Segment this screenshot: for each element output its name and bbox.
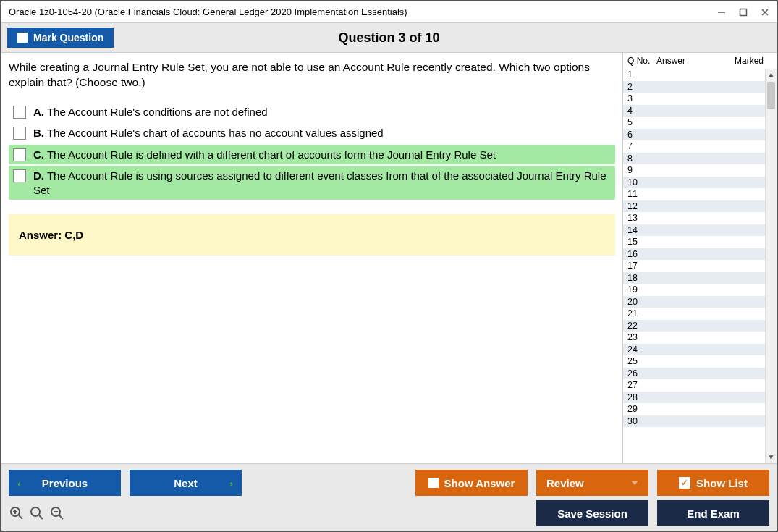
chevron-right-icon: › xyxy=(229,477,233,489)
question-list-row[interactable]: 20 xyxy=(623,296,777,308)
question-list-row[interactable]: 6 xyxy=(623,129,777,141)
save-session-label: Save Session xyxy=(557,507,627,520)
previous-label: Previous xyxy=(42,477,88,489)
question-list-row[interactable]: 14 xyxy=(623,224,777,237)
option-letter: C. xyxy=(33,148,44,161)
show-answer-button[interactable]: Show Answer xyxy=(415,470,528,496)
minimize-icon[interactable] xyxy=(717,8,726,17)
question-list-row[interactable]: 29 xyxy=(623,403,777,415)
window-title: Oracle 1z0-1054-20 (Oracle Financials Cl… xyxy=(9,7,407,17)
question-list-row[interactable]: 5 xyxy=(623,117,777,129)
caret-down-icon xyxy=(631,481,638,485)
zoom-out-icon[interactable] xyxy=(49,505,65,521)
option-text: B. The Account Rule's chart of accounts … xyxy=(33,126,611,140)
close-icon[interactable] xyxy=(761,8,769,17)
question-list-row[interactable]: 10 xyxy=(623,177,777,189)
previous-button[interactable]: ‹ Previous xyxy=(9,470,121,496)
review-button[interactable]: Review xyxy=(536,470,648,496)
checkbox-icon[interactable] xyxy=(13,148,26,161)
question-list-row[interactable]: 25 xyxy=(623,355,777,368)
maximize-icon[interactable] xyxy=(739,8,748,17)
footer-row-2: Save Session End Exam xyxy=(9,500,769,526)
mark-question-label: Mark Question xyxy=(33,32,103,43)
titlebar: Oracle 1z0-1054-20 (Oracle Financials Cl… xyxy=(1,1,777,23)
option-row[interactable]: B. The Account Rule's chart of accounts … xyxy=(9,123,615,143)
square-icon xyxy=(428,478,439,488)
question-list-row[interactable]: 3 xyxy=(623,93,777,105)
svg-rect-1 xyxy=(740,9,747,15)
footer-row-1: ‹ Previous Next › Show Answer Review ✓ S… xyxy=(9,470,769,496)
zoom-in-icon[interactable] xyxy=(9,505,25,521)
options-list: A. The Account Rule's conditions are not… xyxy=(9,102,615,200)
option-letter: B. xyxy=(33,127,44,139)
checkbox-icon[interactable] xyxy=(13,127,26,140)
svg-point-8 xyxy=(31,507,40,516)
zoom-reset-icon[interactable] xyxy=(29,505,45,521)
question-list-panel: Q No. Answer Marked 12345678910111213141… xyxy=(622,53,777,463)
question-list-row[interactable]: 24 xyxy=(623,344,777,356)
option-row[interactable]: A. The Account Rule's conditions are not… xyxy=(9,102,615,122)
question-list-row[interactable]: 21 xyxy=(623,308,777,320)
col-qno: Q No. xyxy=(625,56,656,66)
question-list[interactable]: 1234567891011121314151617181920212223242… xyxy=(623,69,777,463)
question-list-row[interactable]: 9 xyxy=(623,164,777,177)
end-exam-button[interactable]: End Exam xyxy=(657,500,769,526)
header-bar: Mark Question Question 3 of 10 xyxy=(1,23,777,53)
question-list-row[interactable]: 13 xyxy=(623,212,777,224)
zoom-controls xyxy=(9,505,65,521)
scroll-down-icon[interactable]: ▼ xyxy=(766,452,777,463)
question-list-row[interactable]: 1 xyxy=(623,69,777,81)
question-list-row[interactable]: 19 xyxy=(623,284,777,296)
question-list-row[interactable]: 8 xyxy=(623,153,777,165)
question-text: While creating a Journal Entry Rule Set,… xyxy=(9,60,615,90)
review-label: Review xyxy=(546,477,584,489)
question-list-row[interactable]: 22 xyxy=(623,320,777,332)
checkbox-icon[interactable] xyxy=(13,169,26,182)
svg-line-5 xyxy=(19,515,22,519)
question-list-row[interactable]: 27 xyxy=(623,379,777,392)
chevron-left-icon: ‹ xyxy=(17,477,21,489)
show-list-label: Show List xyxy=(696,477,748,489)
show-answer-label: Show Answer xyxy=(444,477,515,489)
next-button[interactable]: Next › xyxy=(130,470,242,496)
option-letter: A. xyxy=(33,106,44,118)
question-list-row[interactable]: 11 xyxy=(623,188,777,200)
question-list-row[interactable]: 12 xyxy=(623,200,777,213)
scroll-up-icon[interactable]: ▲ xyxy=(766,69,777,80)
option-text: A. The Account Rule's conditions are not… xyxy=(33,105,611,119)
option-row[interactable]: C. The Account Rule is defined with a di… xyxy=(9,145,615,165)
question-list-row[interactable]: 26 xyxy=(623,368,777,380)
option-text: C. The Account Rule is defined with a di… xyxy=(33,148,611,162)
question-list-header: Q No. Answer Marked xyxy=(623,53,777,69)
body-area: While creating a Journal Entry Rule Set,… xyxy=(1,53,777,463)
question-list-row[interactable]: 4 xyxy=(623,105,777,117)
question-panel: While creating a Journal Entry Rule Set,… xyxy=(1,53,622,463)
option-row[interactable]: D. The Account Rule is using sources ass… xyxy=(9,166,615,200)
question-list-row[interactable]: 30 xyxy=(623,415,777,428)
scrollbar[interactable]: ▲ ▼ xyxy=(765,69,777,463)
question-list-row[interactable]: 23 xyxy=(623,332,777,344)
svg-line-11 xyxy=(59,515,63,519)
question-list-row[interactable]: 17 xyxy=(623,260,777,272)
save-session-button[interactable]: Save Session xyxy=(536,500,648,526)
mark-question-button[interactable]: Mark Question xyxy=(7,28,114,48)
question-counter: Question 3 of 10 xyxy=(1,30,777,46)
svg-line-9 xyxy=(39,515,43,519)
check-icon: ✓ xyxy=(679,477,690,489)
next-label: Next xyxy=(174,477,198,489)
question-list-row[interactable]: 28 xyxy=(623,392,777,404)
option-text: D. The Account Rule is using sources ass… xyxy=(33,169,611,197)
question-list-row[interactable]: 7 xyxy=(623,140,777,153)
checkbox-icon[interactable] xyxy=(13,106,26,119)
question-list-row[interactable]: 2 xyxy=(623,81,777,93)
col-marked: Marked xyxy=(735,56,775,66)
end-exam-label: End Exam xyxy=(687,507,740,520)
question-list-row[interactable]: 16 xyxy=(623,248,777,261)
window-controls xyxy=(717,8,769,17)
question-list-row[interactable]: 15 xyxy=(623,236,777,248)
option-letter: D. xyxy=(33,169,44,182)
checkbox-icon xyxy=(17,33,28,43)
question-list-row[interactable]: 18 xyxy=(623,272,777,284)
scroll-thumb[interactable] xyxy=(767,82,775,109)
show-list-button[interactable]: ✓ Show List xyxy=(657,470,769,496)
